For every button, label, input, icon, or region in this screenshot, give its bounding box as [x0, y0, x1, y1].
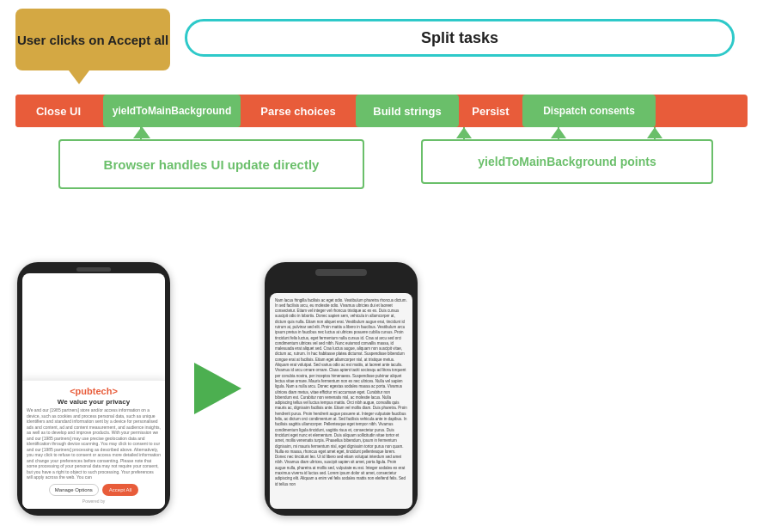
- yield-points-box: yieldToMainBackground points: [421, 139, 713, 184]
- split-tasks-label: Split tasks: [421, 29, 498, 47]
- pipeline-persist: Persist: [461, 95, 521, 127]
- arrow-up-1: [456, 127, 472, 138]
- diagram-area: User clicks on Accept all Split tasks Cl…: [0, 0, 763, 245]
- pipeline-build-strings: Build strings: [356, 95, 459, 127]
- browser-handles-box: Browser handles UI update directly: [58, 139, 364, 189]
- pipeline-parse-choices: Parse choices: [242, 95, 354, 127]
- pipeline-yield-main: yieldToMainBackground: [103, 95, 241, 127]
- powered-by: Powered by: [27, 498, 161, 504]
- privacy-text: We and our [1985 partners] store and/or …: [27, 407, 161, 480]
- split-tasks-pill: Split tasks: [185, 19, 735, 57]
- consent-buttons: Manage Options Accept All: [27, 484, 161, 496]
- pubtech-logo: <pubtech>: [27, 386, 161, 396]
- phone-notch-2: [315, 269, 367, 276]
- privacy-title: We value your privacy: [27, 398, 161, 406]
- pipeline-close-ui: Close UI: [15, 95, 101, 127]
- accept-all-button[interactable]: Accept All: [102, 484, 138, 496]
- arrow-up-2: [551, 127, 566, 138]
- consent-banner: <pubtech> We value your privacy We and o…: [22, 380, 165, 509]
- user-clicks-box: User clicks on Accept all: [15, 9, 170, 70]
- arrow-up-3: [647, 127, 662, 138]
- pipeline-dispatch-consents: Dispatch consents: [522, 95, 656, 127]
- phone-1-screen: <pubtech> We value your privacy We and o…: [22, 273, 165, 509]
- arrow-up-browser: [133, 126, 150, 138]
- green-arrow-shape: [194, 363, 241, 414]
- phone-1: <pubtech> We value your privacy We and o…: [17, 262, 170, 516]
- phone-speaker-1: [76, 267, 111, 272]
- phone-2-screen: Nam lacus fringilla facilisis ac eget od…: [270, 293, 412, 509]
- transition-arrow: [187, 367, 247, 410]
- article-text: Nam lacus fringilla facilisis ac eget od…: [275, 298, 407, 487]
- yield-points-label: yieldToMainBackground points: [478, 155, 656, 168]
- arrow-down-user: [69, 70, 89, 84]
- manage-options-button[interactable]: Manage Options: [49, 484, 99, 496]
- pipeline-bar: Close UI yieldToMainBackground Parse cho…: [15, 95, 748, 127]
- browser-handles-label: Browser handles UI update directly: [104, 157, 320, 172]
- phone-2: Nam lacus fringilla facilisis ac eget od…: [265, 262, 418, 516]
- user-clicks-label: User clicks on Accept all: [17, 33, 168, 47]
- phones-area: <pubtech> We value your privacy We and o…: [0, 245, 763, 532]
